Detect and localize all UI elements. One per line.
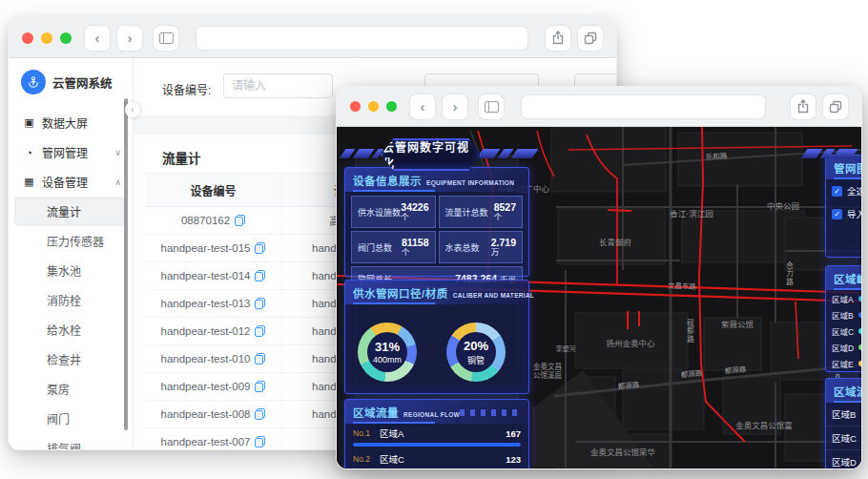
sidebar-subitem-4[interactable]: 给水栓 — [9, 315, 133, 344]
back-icon[interactable]: ‹ — [410, 94, 435, 119]
device-id-filter-label: 设备编号: — [162, 81, 211, 97]
dashboard-title: 云管网数字可视化 — [382, 138, 480, 171]
share-icon[interactable] — [791, 94, 816, 119]
menu-item-icon: ▦ — [23, 176, 35, 188]
donut-label: 400mm — [373, 355, 402, 364]
browser-window-dashboard: ‹ › — [336, 86, 862, 469]
flow-ranking-list: No.1区域A167No.2区域C123 — [345, 424, 528, 468]
map-label: 金奥文昌公馆荣华 — [590, 446, 655, 457]
close-button[interactable] — [22, 32, 33, 44]
window-layout-icon[interactable] — [479, 94, 504, 119]
zoom-button[interactable] — [386, 101, 397, 112]
window-layout-icon[interactable] — [154, 26, 178, 51]
sidebar-subitem-8[interactable]: 排气阀 — [9, 433, 133, 450]
device-id-cell: handpear-test-014 — [145, 262, 282, 289]
legend-item-1[interactable]: 区域B — [826, 306, 861, 323]
copy-icon[interactable] — [255, 381, 265, 392]
legend-item-3[interactable]: 区域D — [826, 339, 861, 355]
legend-dot — [858, 344, 861, 350]
device-id-cell: handpear-test-008 — [145, 401, 282, 427]
legend-label: 区域C — [832, 325, 854, 337]
duplicate-icon[interactable] — [578, 26, 603, 51]
sidebar-submenu: 流量计压力传感器集水池消防栓给水栓检查井泵房阀门排气阀出水口水源井 — [9, 197, 133, 450]
map-label: 紫薇公馆 — [721, 318, 754, 329]
zoom-button[interactable] — [60, 32, 72, 44]
panel-regional-peak: 区域峰值 区域A区域B区域C区域D区域E 0 — [825, 265, 861, 372]
copy-icon[interactable] — [255, 353, 265, 364]
forward-icon[interactable]: › — [117, 26, 142, 51]
sidebar-subitem-2[interactable]: 集水池 — [9, 256, 133, 285]
map-label: 砚都路 — [685, 319, 695, 344]
device-id-cell: handpear-test-009 — [145, 373, 282, 400]
minimize-button[interactable] — [368, 101, 379, 112]
map-label: 香江·滨江园 — [670, 207, 713, 219]
sidebar-scrollbar[interactable] — [124, 98, 128, 430]
panel-title: 供水管网口径/材质 — [353, 285, 448, 301]
copy-icon[interactable] — [255, 408, 265, 420]
sidebar-collapse-button[interactable]: ‹ — [125, 102, 140, 117]
sidebar: 云管网系统 ‹ ▣数据大屏◔管网管理∨▦设备管理∧ 流量计压力传感器集水池消防栓… — [9, 58, 134, 449]
donut-chart-caliber: 31% 400mm — [358, 323, 417, 382]
checkbox-label: 全选 — [847, 184, 861, 198]
panel-subtitle: EQUIPMENT INFORMATION — [426, 179, 514, 186]
sidebar-subitem-5[interactable]: 检查井 — [9, 344, 133, 374]
forward-icon[interactable]: › — [443, 94, 467, 119]
legend-dot — [858, 296, 861, 302]
peak-legend: 区域A区域B区域C区域D区域E — [826, 290, 861, 371]
layer-checkbox-row-1[interactable]: ✓导入 — [826, 202, 861, 225]
legend-item-2[interactable]: 区域C — [826, 323, 861, 339]
share-icon[interactable] — [546, 26, 570, 51]
flow-value: 123 — [506, 454, 521, 465]
panel-subtitle: REGIONAL FLOW — [403, 411, 460, 418]
checkbox-icon[interactable]: ✓ — [832, 186, 842, 197]
layer-checkbox-row-0[interactable]: ✓全选 — [826, 179, 861, 202]
copy-icon[interactable] — [255, 298, 265, 309]
stat-cell-1: 流量计总数8527个 — [439, 196, 524, 228]
minimize-button[interactable] — [41, 32, 52, 44]
url-bar[interactable] — [196, 26, 528, 51]
checkbox-icon[interactable]: ✓ — [832, 209, 842, 219]
sidebar-item-0[interactable]: ▣数据大屏 — [9, 108, 133, 137]
url-bar[interactable] — [521, 94, 766, 119]
panel-title: 区域流量 — [353, 405, 399, 420]
flow-rank-row-2: 区域D — [826, 450, 861, 469]
device-id-cell: handpear-test-010 — [145, 345, 282, 372]
stat-unit: 个 — [494, 213, 516, 222]
copy-icon[interactable] — [255, 270, 265, 281]
legend-dot — [858, 312, 861, 318]
header-decor-right — [480, 148, 543, 159]
close-button[interactable] — [350, 101, 361, 112]
sidebar-subitem-3[interactable]: 消防栓 — [9, 285, 133, 315]
map-label: 扬州金奥中心 — [606, 337, 654, 348]
panel-title: 管网图层 — [834, 160, 861, 176]
sidebar-subitem-0[interactable]: 流量计 — [14, 197, 127, 226]
flow-rank-row-1: 区域C — [826, 427, 861, 450]
traffic-lights — [350, 101, 397, 112]
app-logo-row: 云管网系统 — [9, 58, 133, 104]
copy-icon[interactable] — [235, 215, 245, 226]
legend-item-0[interactable]: 区域A — [826, 290, 861, 306]
sidebar-menu: ▣数据大屏◔管网管理∨▦设备管理∧ — [9, 104, 133, 197]
browser-titlebar: ‹ › — [337, 87, 861, 127]
copy-icon[interactable] — [255, 242, 265, 254]
menu-item-label: 管网管理 — [42, 144, 108, 160]
legend-item-4[interactable]: 区域E — [826, 355, 861, 371]
sidebar-subitem-1[interactable]: 压力传感器 — [9, 226, 133, 256]
duplicate-icon[interactable] — [823, 94, 848, 119]
panel-regional-flow: 区域流量 REGIONAL FLOW No.1区域A167No.2区域C123 — [344, 399, 529, 469]
donut-percent: 20% — [464, 339, 488, 353]
copy-icon[interactable] — [255, 325, 265, 337]
sidebar-subitem-7[interactable]: 阀门 — [9, 404, 133, 433]
panel-title: 区域流量 — [834, 384, 861, 399]
sidebar-item-1[interactable]: ◔管网管理∨ — [9, 137, 133, 167]
sidebar-item-2[interactable]: ▦设备管理∧ — [9, 167, 133, 197]
panel-equipment-info: 设备信息展示 EQUIPMENT INFORMATION 供水设施数34226个… — [344, 167, 529, 277]
stat-unit: 个 — [401, 213, 428, 222]
back-icon[interactable]: ‹ — [85, 26, 110, 51]
legend-dot — [858, 328, 861, 334]
panel-subtitle: CALIBER AND MATERIAL — [453, 292, 534, 299]
device-id-filter-input[interactable] — [223, 73, 333, 98]
menu-item-label: 设备管理 — [42, 174, 108, 190]
sidebar-subitem-6[interactable]: 泵房 — [9, 374, 133, 404]
copy-icon[interactable] — [255, 436, 265, 448]
